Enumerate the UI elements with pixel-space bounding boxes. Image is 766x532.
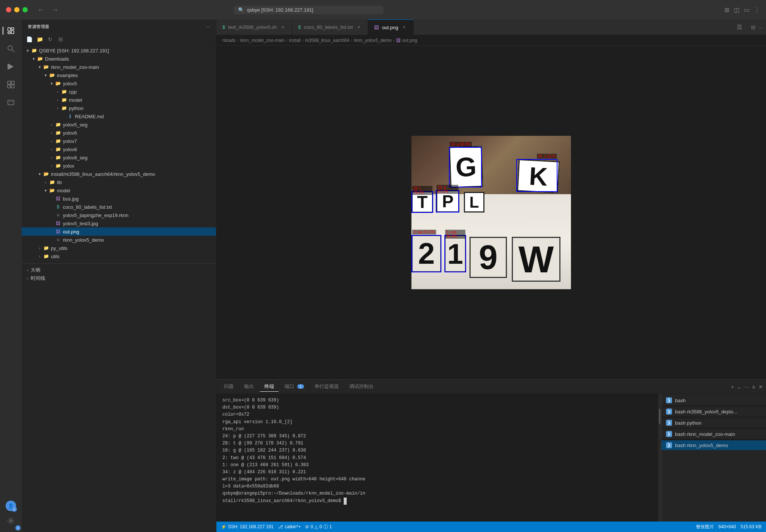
extensions-icon[interactable] — [3, 76, 19, 93]
tab-test-sh-close[interactable]: × — [280, 24, 286, 30]
tab-out-png-close[interactable]: × — [401, 24, 407, 30]
tree-yolov5[interactable]: ▼ 📂 yolov5 — [22, 79, 216, 88]
close-panel-icon[interactable]: ✕ — [759, 384, 763, 390]
status-image-mode[interactable]: 整张图片 — [696, 524, 714, 530]
add-terminal-icon[interactable]: + — [731, 384, 734, 390]
maximize-button[interactable] — [22, 7, 28, 12]
tree-demo-bin[interactable]: ≡ rknn_yolov5_demo — [22, 236, 216, 244]
tree-outline[interactable]: › 大纲 — [22, 263, 216, 274]
tree-test3-jpg[interactable]: 🖼 yolov5_test3.jpg — [22, 219, 216, 227]
tree-timeline[interactable]: › 时间线 — [22, 274, 216, 282]
status-dimensions[interactable]: 640×640 — [718, 524, 736, 529]
breadcrumb-demo[interactable]: rknn_yolov5_demo — [354, 38, 392, 43]
image-mode-label: 整张图片 — [696, 524, 714, 530]
tab-ports[interactable]: 端口 1 — [280, 382, 308, 392]
session-bash2[interactable]: ❯ bash rk3588_yolov5_deplo... — [662, 407, 766, 416]
collapse-icon[interactable]: ⊟ — [56, 35, 65, 44]
new-folder-icon[interactable]: 📁 — [35, 35, 44, 44]
session-bash3[interactable]: ❯ bash python — [662, 418, 766, 428]
tree-yolov6[interactable]: › 📁 yolov6 — [22, 129, 216, 137]
sidebar-icon[interactable]: ◫ — [734, 6, 739, 13]
session-bash4[interactable]: ❯ bash rknn_model_zoo-main — [662, 429, 766, 439]
breadcrumb-rknn-zoo[interactable]: rknn_model_zoo-main — [240, 38, 285, 43]
cpp-arrow: › — [55, 89, 61, 95]
terminal-line-2: dst_box=(0 0 639 639) — [222, 404, 652, 411]
terminal-line-8: 16: g @ (165 102 244 237) 0.630 — [222, 447, 652, 454]
tree-rknn-file[interactable]: ≡ yolov5_jiapingzhe_exp19.rknn — [22, 211, 216, 219]
layout-icon[interactable]: ⊞ — [724, 6, 729, 13]
tree-yolox[interactable]: › 📁 yolox — [22, 162, 216, 170]
session-bash5[interactable]: ❯ bash rknn_yolov5_demo — [662, 440, 766, 450]
tab-coco[interactable]: $ coco_80_labels_list.txt × — [292, 19, 368, 35]
tree-utils[interactable]: › 📁 utils — [22, 252, 216, 260]
tree-root[interactable]: ▼ 📁 QSBYE [SSH: 192.168.227.191] — [22, 46, 216, 55]
new-file-icon[interactable]: 📄 — [25, 35, 34, 44]
tab-debug[interactable]: 调试控制台 — [345, 382, 378, 392]
tree-examples[interactable]: ▼ 📂 examples — [22, 71, 216, 79]
yolov8seg-icon: 📁 — [55, 154, 61, 161]
tree-lib[interactable]: › 📁 lib — [22, 178, 216, 186]
svg-rect-8 — [7, 81, 10, 84]
tree-python[interactable]: › 📁 python — [22, 104, 216, 112]
bash4-icon: ❯ — [666, 431, 672, 437]
tree-yolov7[interactable]: › 📁 yolov7 — [22, 137, 216, 145]
tree-out-png[interactable]: 🖼 out.png — [22, 227, 216, 236]
status-errors[interactable]: ⊘ 0 △ 0 ⓘ 1 — [305, 524, 332, 530]
remote-icon[interactable] — [3, 94, 19, 111]
terminal-line-3: color=0x72 — [222, 411, 652, 418]
tree-model1[interactable]: › 📁 model — [22, 96, 216, 104]
status-catkin[interactable]: ⎇ catkin*+ — [278, 524, 301, 529]
tree-model2[interactable]: ▼ 📂 model — [22, 186, 216, 195]
tab-coco-close[interactable]: × — [356, 24, 362, 30]
tree-cpp[interactable]: › 📁 cpp — [22, 88, 216, 96]
run-icon[interactable] — [3, 58, 19, 75]
yolov7-icon: 📁 — [55, 138, 61, 144]
more-icon[interactable]: ··· — [206, 25, 210, 29]
explorer-icon[interactable] — [3, 22, 19, 39]
tab-test-sh[interactable]: $ test_rk3588_yolov5.sh × — [216, 19, 292, 35]
maximize-panel-icon[interactable]: ∧ — [752, 384, 756, 390]
tree-yolov8seg[interactable]: › 📁 yolov8_seg — [22, 153, 216, 162]
split-terminal-icon[interactable]: ⌄ — [737, 384, 741, 390]
minimize-button[interactable] — [14, 7, 19, 12]
breadcrumb-nloads[interactable]: nloads — [222, 38, 235, 43]
tree-py-utils[interactable]: › 📁 py_utils — [22, 244, 216, 252]
close-button[interactable] — [6, 7, 11, 12]
refresh-icon[interactable]: ↻ — [46, 35, 55, 44]
search-activity-icon[interactable] — [3, 40, 19, 57]
status-ssh[interactable]: ⚡ SSH: 192.168.227.191 — [221, 524, 273, 529]
tree-downloads[interactable]: ▼ 📂 Downloads — [22, 55, 216, 63]
more-panel-icon[interactable]: ··· — [744, 384, 749, 390]
settings-icon[interactable]: 1 — [3, 513, 19, 529]
tree-bus-jpg[interactable]: 🖼 bus.jpg — [22, 195, 216, 203]
split-icon[interactable]: ⊟ — [751, 24, 756, 30]
search-bar[interactable]: 🔍 qsbye [SSH: 192.168.227.191] — [234, 6, 383, 14]
tab-problems[interactable]: 问题 — [219, 382, 238, 392]
terminal-output[interactable]: src_box=(0 0 639 639) dst_box=(0 0 639 6… — [216, 394, 658, 522]
tree-yolov8[interactable]: › 📁 yolov8 — [22, 145, 216, 153]
tab-menu-icon[interactable]: ☰ — [732, 19, 747, 35]
scrollbar-thumb[interactable] — [659, 409, 660, 424]
breadcrumb-install[interactable]: install — [289, 38, 301, 43]
tree-rknn-zoo[interactable]: ▼ 📂 rknn_model_zoo-main — [22, 63, 216, 71]
more-icon[interactable]: ⋮ — [754, 6, 760, 13]
panel-icon[interactable]: ▭ — [744, 6, 750, 13]
tree-coco-txt[interactable]: $ coco_80_labels_list.txt — [22, 203, 216, 211]
tab-out-png-label: out.png — [382, 25, 398, 30]
tab-terminal[interactable]: 终端 — [260, 382, 279, 392]
main-layout: 👤 2 1 资源管理器 ··· 📄 📁 ↻ ⊟ — [0, 19, 766, 532]
status-filesize[interactable]: 515.63 KB — [741, 524, 762, 529]
tree-install[interactable]: ▼ 📂 install/rk3588_linux_aarch64/rknn_yo… — [22, 170, 216, 178]
session-bash1[interactable]: ❯ bash — [662, 395, 766, 405]
user-avatar[interactable]: 👤 2 — [6, 501, 16, 511]
tab-serial[interactable]: 串行监视器 — [310, 382, 343, 392]
tree-readme[interactable]: ℹ README.md — [22, 112, 216, 120]
tab-output[interactable]: 输出 — [240, 382, 258, 392]
forward-button[interactable]: → — [49, 5, 61, 15]
tree-yolov5seg[interactable]: › 📁 yolov5_seg — [22, 120, 216, 129]
more-icon[interactable]: ··· — [759, 24, 763, 30]
breadcrumb-rk3588[interactable]: rk3588_linux_aarch64 — [305, 38, 349, 43]
back-button[interactable]: ← — [35, 5, 46, 15]
utils-icon: 📁 — [43, 253, 49, 260]
tab-out-png[interactable]: 🖼 out.png × — [368, 19, 413, 35]
